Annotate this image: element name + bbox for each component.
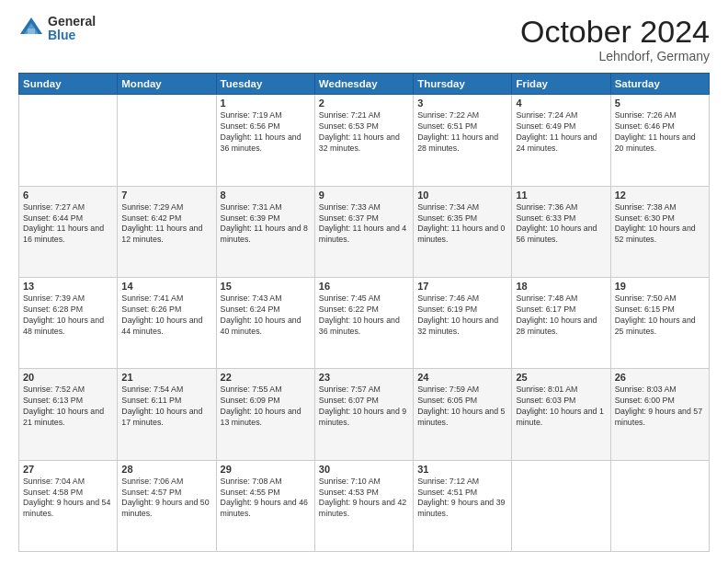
day-number: 7 (121, 190, 211, 201)
day-info: Sunrise: 7:04 AMSunset: 4:58 PMDaylight:… (23, 477, 113, 521)
day-number: 27 (23, 464, 113, 475)
day-info: Sunrise: 7:08 AMSunset: 4:55 PMDaylight:… (221, 477, 311, 521)
logo-icon (18, 16, 44, 41)
logo: General Blue (18, 15, 96, 43)
day-info: Sunrise: 7:33 AMSunset: 6:37 PMDaylight:… (319, 202, 409, 247)
day-cell: 11Sunrise: 7:36 AMSunset: 6:33 PMDayligh… (512, 186, 610, 277)
day-number: 18 (516, 281, 606, 292)
day-cell: 13Sunrise: 7:39 AMSunset: 6:28 PMDayligh… (19, 278, 118, 369)
day-cell: 7Sunrise: 7:29 AMSunset: 6:42 PMDaylight… (118, 186, 216, 277)
day-info: Sunrise: 8:01 AMSunset: 6:03 PMDaylight:… (516, 385, 606, 429)
day-cell: 15Sunrise: 7:43 AMSunset: 6:24 PMDayligh… (216, 278, 314, 369)
day-info: Sunrise: 7:48 AMSunset: 6:17 PMDaylight:… (516, 293, 606, 338)
day-info: Sunrise: 7:31 AMSunset: 6:39 PMDaylight:… (221, 202, 311, 247)
day-cell: 9Sunrise: 7:33 AMSunset: 6:37 PMDaylight… (314, 186, 413, 277)
day-number: 13 (23, 281, 113, 292)
day-cell: 29Sunrise: 7:08 AMSunset: 4:55 PMDayligh… (216, 460, 314, 551)
month-title: October 2024 (520, 15, 710, 49)
day-number: 9 (319, 190, 409, 201)
week-row-2: 13Sunrise: 7:39 AMSunset: 6:28 PMDayligh… (19, 278, 710, 369)
day-number: 5 (615, 98, 705, 109)
day-info: Sunrise: 7:36 AMSunset: 6:33 PMDaylight:… (516, 202, 606, 247)
day-cell (512, 460, 610, 551)
week-row-1: 6Sunrise: 7:27 AMSunset: 6:44 PMDaylight… (19, 186, 710, 277)
day-cell: 22Sunrise: 7:55 AMSunset: 6:09 PMDayligh… (216, 369, 314, 460)
day-cell: 31Sunrise: 7:12 AMSunset: 4:51 PMDayligh… (414, 460, 512, 551)
day-number: 1 (221, 98, 311, 109)
day-cell: 28Sunrise: 7:06 AMSunset: 4:57 PMDayligh… (118, 460, 216, 551)
day-info: Sunrise: 7:24 AMSunset: 6:49 PMDaylight:… (516, 110, 606, 155)
day-number: 17 (417, 281, 507, 292)
day-info: Sunrise: 7:39 AMSunset: 6:28 PMDaylight:… (23, 293, 113, 338)
day-cell: 26Sunrise: 8:03 AMSunset: 6:00 PMDayligh… (610, 369, 709, 460)
day-info: Sunrise: 7:41 AMSunset: 6:26 PMDaylight:… (121, 293, 211, 338)
day-number: 4 (516, 98, 606, 109)
title-block: October 2024 Lehndorf, Germany (520, 15, 710, 63)
header-wednesday: Wednesday (314, 74, 413, 95)
header-saturday: Saturday (610, 74, 709, 95)
header: General Blue October 2024 Lehndorf, Germ… (18, 15, 710, 63)
day-cell: 5Sunrise: 7:26 AMSunset: 6:46 PMDaylight… (610, 95, 709, 186)
day-number: 14 (121, 281, 211, 292)
day-cell: 19Sunrise: 7:50 AMSunset: 6:15 PMDayligh… (610, 278, 709, 369)
day-cell (118, 95, 216, 186)
day-info: Sunrise: 7:22 AMSunset: 6:51 PMDaylight:… (417, 110, 507, 155)
day-info: Sunrise: 7:57 AMSunset: 6:07 PMDaylight:… (319, 385, 409, 429)
day-number: 12 (615, 190, 705, 201)
day-cell: 12Sunrise: 7:38 AMSunset: 6:30 PMDayligh… (610, 186, 709, 277)
svg-rect-2 (28, 29, 35, 34)
day-cell: 16Sunrise: 7:45 AMSunset: 6:22 PMDayligh… (314, 278, 413, 369)
day-number: 2 (319, 98, 409, 109)
header-sunday: Sunday (19, 74, 118, 95)
day-number: 19 (615, 281, 705, 292)
day-cell: 2Sunrise: 7:21 AMSunset: 6:53 PMDaylight… (314, 95, 413, 186)
week-row-0: 1Sunrise: 7:19 AMSunset: 6:56 PMDaylight… (19, 95, 710, 186)
header-monday: Monday (118, 74, 216, 95)
day-info: Sunrise: 7:46 AMSunset: 6:19 PMDaylight:… (417, 293, 507, 338)
day-cell: 30Sunrise: 7:10 AMSunset: 4:53 PMDayligh… (314, 460, 413, 551)
day-number: 30 (319, 464, 409, 475)
day-number: 15 (221, 281, 311, 292)
day-number: 6 (23, 190, 113, 201)
day-info: Sunrise: 7:12 AMSunset: 4:51 PMDaylight:… (417, 477, 507, 521)
page: General Blue October 2024 Lehndorf, Germ… (0, 0, 728, 563)
day-number: 10 (417, 190, 507, 201)
day-info: Sunrise: 7:21 AMSunset: 6:53 PMDaylight:… (319, 110, 409, 155)
day-cell: 23Sunrise: 7:57 AMSunset: 6:07 PMDayligh… (314, 369, 413, 460)
day-info: Sunrise: 7:50 AMSunset: 6:15 PMDaylight:… (615, 293, 705, 338)
day-info: Sunrise: 7:55 AMSunset: 6:09 PMDaylight:… (221, 385, 311, 429)
day-number: 3 (417, 98, 507, 109)
day-cell: 21Sunrise: 7:54 AMSunset: 6:11 PMDayligh… (118, 369, 216, 460)
day-number: 25 (516, 372, 606, 383)
header-friday: Friday (512, 74, 610, 95)
day-cell: 3Sunrise: 7:22 AMSunset: 6:51 PMDaylight… (414, 95, 512, 186)
day-cell: 10Sunrise: 7:34 AMSunset: 6:35 PMDayligh… (414, 186, 512, 277)
day-number: 11 (516, 190, 606, 201)
day-cell: 17Sunrise: 7:46 AMSunset: 6:19 PMDayligh… (414, 278, 512, 369)
day-number: 26 (615, 372, 705, 383)
day-info: Sunrise: 7:52 AMSunset: 6:13 PMDaylight:… (23, 385, 113, 429)
day-cell: 8Sunrise: 7:31 AMSunset: 6:39 PMDaylight… (216, 186, 314, 277)
day-info: Sunrise: 7:29 AMSunset: 6:42 PMDaylight:… (121, 202, 211, 247)
day-cell: 18Sunrise: 7:48 AMSunset: 6:17 PMDayligh… (512, 278, 610, 369)
day-cell: 6Sunrise: 7:27 AMSunset: 6:44 PMDaylight… (19, 186, 118, 277)
day-cell (610, 460, 709, 551)
day-info: Sunrise: 7:19 AMSunset: 6:56 PMDaylight:… (221, 110, 311, 155)
calendar-table: Sunday Monday Tuesday Wednesday Thursday… (18, 73, 710, 552)
day-number: 22 (221, 372, 311, 383)
day-cell: 24Sunrise: 7:59 AMSunset: 6:05 PMDayligh… (414, 369, 512, 460)
day-number: 16 (319, 281, 409, 292)
day-info: Sunrise: 7:06 AMSunset: 4:57 PMDaylight:… (121, 477, 211, 521)
header-tuesday: Tuesday (216, 74, 314, 95)
day-info: Sunrise: 7:38 AMSunset: 6:30 PMDaylight:… (615, 202, 705, 247)
day-info: Sunrise: 7:27 AMSunset: 6:44 PMDaylight:… (23, 202, 113, 247)
logo-general: General (48, 15, 96, 29)
day-info: Sunrise: 7:34 AMSunset: 6:35 PMDaylight:… (417, 202, 507, 247)
day-cell (19, 95, 118, 186)
weekday-header-row: Sunday Monday Tuesday Wednesday Thursday… (19, 74, 710, 95)
day-number: 29 (221, 464, 311, 475)
day-cell: 1Sunrise: 7:19 AMSunset: 6:56 PMDaylight… (216, 95, 314, 186)
day-info: Sunrise: 7:59 AMSunset: 6:05 PMDaylight:… (417, 385, 507, 429)
day-cell: 14Sunrise: 7:41 AMSunset: 6:26 PMDayligh… (118, 278, 216, 369)
day-number: 8 (221, 190, 311, 201)
